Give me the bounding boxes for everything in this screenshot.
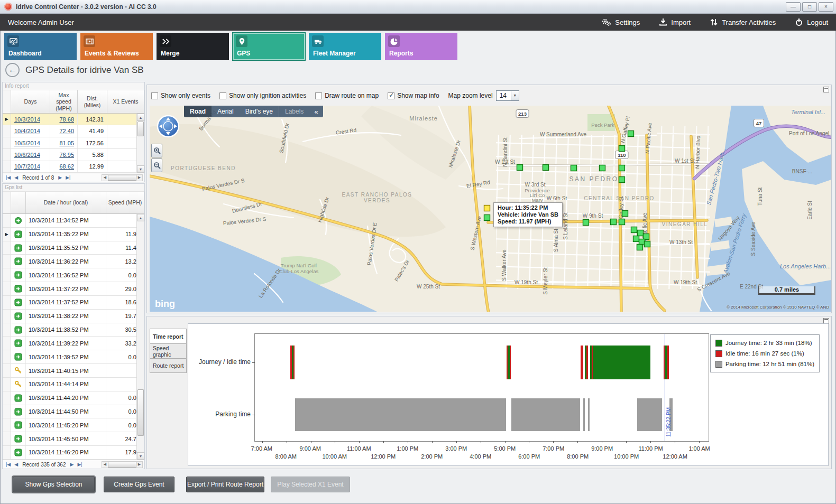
horizontal-scrollbar[interactable]: ◀ ▶ [102,461,143,468]
list-item[interactable]: 10/3/2014 11:37:52 PM18.63 [3,296,144,310]
list-item[interactable]: 10/3/2014 11:36:52 PM0.00 [3,268,144,282]
list-item[interactable]: 10/3/2014 11:40:15 PM [3,364,144,378]
day-link[interactable]: 10/7/2014 [14,163,40,170]
gps-list-vscrollbar[interactable]: ▲ ▼ [136,214,144,460]
zoom-in-icon[interactable] [151,144,162,157]
header-days[interactable]: Days [11,90,50,113]
checkbox-show-map-info[interactable]: Show map info [388,92,439,99]
max-speed-cell[interactable]: 72.40 [50,125,78,136]
max-speed-cell[interactable]: 76.95 [50,149,78,160]
next-record-button[interactable]: ▶ [68,461,75,469]
gps-marker[interactable] [619,146,625,152]
list-item[interactable]: 10/3/2014 11:34:52 PM [3,214,144,228]
list-item[interactable]: 10/3/2014 11:44:14 PM [3,378,144,391]
list-item[interactable]: 10/3/2014 11:44:50 PM0.00 [3,405,144,419]
scroll-left-icon[interactable]: ◀ [102,175,108,180]
tab-time-report[interactable]: Time report [150,329,187,343]
compass-control[interactable] [156,114,180,140]
scroll-left-icon[interactable]: ◀ [102,462,108,466]
list-item[interactable]: 10/3/2014 11:35:52 PM11.47 [3,241,144,255]
tab-events-reviews[interactable]: Events & Reviews [80,33,153,60]
topbar-action-import[interactable]: Import [659,18,691,26]
map-style-road[interactable]: Road [184,106,212,117]
first-record-button[interactable]: |◀ [4,461,12,469]
max-speed-link[interactable]: 78.68 [59,116,74,123]
list-item[interactable]: 10/3/2014 11:45:50 PM24.75 [3,432,144,446]
expand-map-icon[interactable] [823,87,829,92]
days-cell[interactable]: 10/6/2014 [11,149,50,160]
tab-speed-graphic[interactable]: Speed graphic [150,343,187,358]
tab-reports[interactable]: Reports [385,33,457,60]
max-speed-link[interactable]: 68.62 [59,163,74,170]
gps-marker[interactable] [631,227,637,233]
gps-marker[interactable] [611,219,617,225]
map-style-bird-s-eye[interactable]: Bird's eye [240,106,279,117]
gps-marker[interactable] [619,219,625,225]
max-speed-cell[interactable]: 81.05 [50,137,78,148]
export-print-route-report-button[interactable]: Export / Print Route Report [186,477,264,492]
map-style-labels[interactable]: Labels [279,106,309,117]
checkbox-icon[interactable] [315,92,322,99]
day-link[interactable]: 10/3/2014 [14,116,40,123]
checkbox-icon[interactable] [151,92,158,99]
close-button[interactable]: × [819,2,833,12]
topbar-action-settings[interactable]: Settings [601,18,640,26]
checkbox-icon[interactable] [219,92,226,99]
list-item[interactable]: ▶10/3/2014 11:35:22 PM11.97 [3,228,144,241]
gps-marker[interactable] [638,230,644,236]
gps-marker[interactable] [622,211,628,217]
back-button[interactable]: ← [5,63,20,77]
gps-marker[interactable] [583,220,589,226]
selected-gps-marker[interactable] [484,206,490,211]
map-style-aerial[interactable]: Aerial [212,106,240,117]
list-item[interactable]: 10/3/2014 11:39:22 PM33.21 [3,337,144,350]
tab-route-report[interactable]: Route report [150,358,187,373]
table-row[interactable]: ▶10/3/201478.68142.31 [3,114,144,125]
table-row[interactable]: 10/5/201481.05172.56 [3,137,144,149]
tab-dashboard[interactable]: Dashboard [4,33,77,60]
gps-marker[interactable] [600,165,605,171]
days-cell[interactable]: 10/7/2014 [11,161,50,172]
days-cell[interactable]: 10/3/2014 [11,114,50,125]
create-gps-event-button[interactable]: Create Gps Event [104,477,174,492]
scroll-thumb[interactable] [108,462,136,468]
scroll-thumb[interactable] [108,175,136,181]
header-speed[interactable]: Speed (MPH) [106,192,144,213]
max-speed-cell[interactable]: 68.62 [50,161,78,172]
zoom-out-icon[interactable] [151,158,162,172]
map-zoom-select[interactable]: 14 ▼ [496,90,519,101]
gps-marker[interactable] [645,241,650,247]
days-cell[interactable]: 10/5/2014 [11,137,50,148]
checkbox-draw-route-on-map[interactable]: Draw route on map [315,92,379,99]
header-date-hour[interactable]: Date / hour (local) [26,192,106,213]
prev-record-button[interactable]: ◀ [13,461,20,469]
checkbox-icon[interactable] [388,92,394,99]
max-speed-link[interactable]: 81.05 [59,140,74,146]
last-record-button[interactable]: ▶| [64,174,72,182]
map-canvas[interactable]: Burma RdSouthfield DrCrest RdMiralestePe… [150,106,831,312]
gps-marker[interactable] [633,236,639,242]
gps-marker[interactable] [637,245,643,250]
show-gps-selection-button[interactable]: Show Gps Selection [13,477,95,492]
topbar-action-logout[interactable]: Logout [795,18,828,26]
chevron-down-icon[interactable]: ▼ [511,91,519,100]
tab-gps[interactable]: GPS [233,33,305,60]
table-row[interactable]: 10/7/201468.6212.99 [3,161,144,173]
list-item[interactable]: 10/3/2014 11:45:20 PM0.00 [3,418,144,432]
maximize-button[interactable]: □ [802,2,817,12]
gps-marker[interactable] [484,215,490,221]
max-speed-link[interactable]: 72.40 [59,128,74,134]
list-item[interactable]: 10/3/2014 11:36:22 PM13.28 [3,255,144,268]
first-record-button[interactable]: |◀ [4,174,12,182]
max-speed-cell[interactable]: 78.68 [50,114,78,125]
list-item[interactable]: 10/3/2014 11:38:22 PM19.70 [3,310,144,323]
gps-marker[interactable] [619,177,625,183]
minimize-button[interactable]: — [786,2,801,12]
gps-marker[interactable] [543,165,549,171]
checkbox-show-only-ignition-activities[interactable]: Show only ignition activities [219,92,306,99]
gps-marker[interactable] [571,165,577,171]
list-item[interactable]: 10/3/2014 11:46:20 PM17.93 [3,446,144,460]
last-record-button[interactable]: ▶| [76,461,84,469]
list-item[interactable]: 10/3/2014 11:37:22 PM29.05 [3,282,144,296]
prev-record-button[interactable]: ◀ [13,174,20,182]
